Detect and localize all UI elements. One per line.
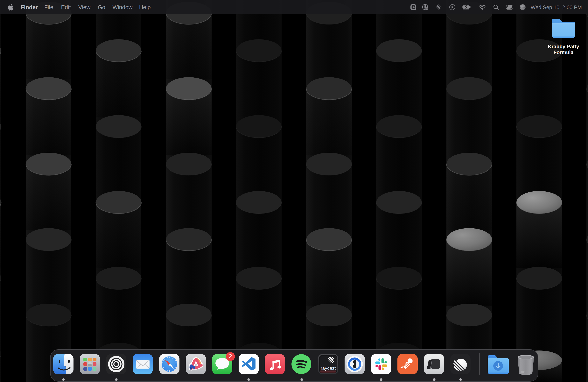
svg-text:raycast: raycast: [321, 366, 336, 371]
